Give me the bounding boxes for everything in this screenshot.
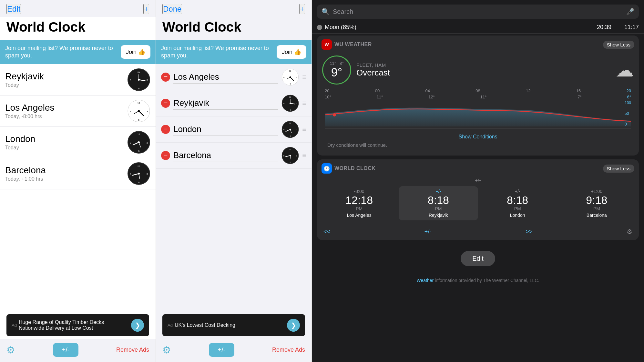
weather-footer-text: information provided by The Weather Chan… <box>435 278 539 283</box>
svg-point-15 <box>138 110 140 112</box>
wc-city-london: London <box>510 213 525 218</box>
ad-icon-left: Ad <box>12 323 17 328</box>
search-input[interactable] <box>333 8 623 15</box>
wc-col-reykjavik: +/- 8:18 PM Reykjavik <box>399 186 478 220</box>
moon-row: Moon (85%) 20:39 11:17 <box>312 21 644 34</box>
moon-rise-time: 20:39 <box>597 24 611 31</box>
weather-link[interactable]: Weather <box>417 278 434 283</box>
wc-back-button[interactable]: << <box>323 228 330 235</box>
city-input-london[interactable] <box>173 123 278 136</box>
wc-gear-icon[interactable]: ⚙ <box>627 228 632 236</box>
delete-la-button[interactable] <box>161 73 170 82</box>
wc-offset-london: +/- <box>515 189 520 194</box>
bottom-bar-middle: ⚙ +/- Remove Ads <box>156 339 312 362</box>
temp-chart: 20 00 04 08 12 16 20 10° 11° 12° 11° 7° … <box>322 88 634 131</box>
temp-chart-svg <box>325 101 631 126</box>
clock-row-reykjavik-left: Reykjavik Today 12 3 6 9 <box>0 64 156 96</box>
join-button-left[interactable]: Join 👍 <box>121 45 150 59</box>
join-button-middle[interactable]: Join 👍 <box>277 45 306 59</box>
wc-offset-barcelona: +1:00 <box>591 189 602 194</box>
city-sub: Today <box>5 145 123 151</box>
edit-float-button[interactable]: Edit <box>461 251 495 266</box>
weather-condition: Overcast <box>356 68 610 78</box>
drag-handle-la[interactable]: ≡ <box>302 73 306 81</box>
chart-labels: 20 00 04 08 12 16 20 <box>325 88 631 93</box>
wu-show-less-button[interactable]: Show Less <box>603 41 634 49</box>
middle-title: World Clock <box>156 17 312 40</box>
remove-ads-button-middle[interactable]: Remove Ads <box>272 347 305 353</box>
svg-text:9: 9 <box>130 173 131 176</box>
show-conditions-button[interactable]: Show Conditions <box>322 131 634 141</box>
chart-label-20: 20 <box>325 88 329 93</box>
svg-point-31 <box>138 173 140 175</box>
plus-minus-button-middle[interactable]: +/- <box>209 343 235 357</box>
drag-handle-reykjavik[interactable]: ≡ <box>302 99 306 107</box>
left-title: World Clock <box>0 17 156 40</box>
world-clock-icon: 🕐 <box>322 163 332 174</box>
wc-forward-button[interactable]: >> <box>526 228 532 235</box>
svg-point-64 <box>333 113 336 116</box>
city-name: Los Angeles <box>5 103 123 113</box>
gear-icon-left[interactable]: ⚙ <box>6 344 15 356</box>
delete-london-button[interactable] <box>161 125 170 134</box>
city-name: Reykjavik <box>5 71 123 82</box>
edit-row-barcelona: 12 3 6 9 ≡ <box>156 143 312 169</box>
edit-button[interactable]: Edit <box>6 4 21 14</box>
mailing-text-left: Join our mailing list? We promise never … <box>5 45 117 60</box>
svg-text:12: 12 <box>289 122 291 124</box>
wc-col-london: +/- 8:18 PM London <box>478 186 557 220</box>
cloud-icon: ☁ <box>616 60 634 81</box>
left-header: Edit + <box>0 0 156 17</box>
svg-text:6: 6 <box>138 150 140 153</box>
svg-text:12: 12 <box>138 102 140 105</box>
chart-label-04: 04 <box>425 88 430 93</box>
ad-text-middle: UK's Lowest Cost Decking <box>175 322 287 328</box>
ad-banner-left: Ad Huge Range of Quality Timber DecksNat… <box>6 314 149 336</box>
add-clock-button-left[interactable]: + <box>143 4 149 14</box>
delete-barcelona-button[interactable] <box>161 151 170 160</box>
svg-point-47 <box>290 103 291 104</box>
weather-info: FLEET, HAM Overcast <box>356 62 610 78</box>
clock-face-la-left: 12 3 6 9 <box>127 99 150 123</box>
wc-top-plus-minus: +/- <box>317 176 639 183</box>
dry-conditions-text: Dry conditions will continue. <box>322 141 634 152</box>
svg-text:6: 6 <box>138 118 140 121</box>
svg-point-63 <box>290 155 291 156</box>
bottom-bar-left: ⚙ +/- Remove Ads <box>0 339 156 362</box>
svg-text:12: 12 <box>138 70 140 73</box>
wc-ampm-reykjavik: PM <box>435 206 442 211</box>
wu-weather-title-row: W WU WEATHER <box>322 39 372 50</box>
wc-show-less-button[interactable]: Show Less <box>603 165 634 173</box>
done-button[interactable]: Done <box>162 4 182 14</box>
ad-arrow-middle[interactable]: ❯ <box>287 319 300 332</box>
world-clock-header: 🕐 WORLD CLOCK Show Less <box>317 159 639 176</box>
remove-ads-button-left[interactable]: Remove Ads <box>116 347 149 353</box>
svg-text:3: 3 <box>147 173 148 176</box>
chart-label-12: 12 <box>526 88 530 93</box>
plus-minus-button-left[interactable]: +/- <box>53 343 79 357</box>
clock-row-barcelona-left: Barcelona Today, +1:00 hrs 12 3 6 9 <box>0 158 156 189</box>
city-input-reykjavik[interactable] <box>173 97 278 110</box>
city-name: Barcelona <box>5 165 123 176</box>
add-clock-button-middle[interactable]: + <box>299 4 305 14</box>
city-input-barcelona[interactable] <box>173 149 278 162</box>
wc-nav: << +/- >> ⚙ <box>317 225 639 240</box>
clock-row-la-left: Los Angeles Today, -8:00 hrs 12 3 6 9 <box>0 96 156 127</box>
gear-icon-middle[interactable]: ⚙ <box>162 344 171 356</box>
ad-icon-middle: Ad <box>168 323 173 328</box>
svg-text:12: 12 <box>138 164 140 167</box>
city-sub: Today <box>5 82 123 88</box>
ad-arrow-left[interactable]: ❯ <box>131 319 144 332</box>
mic-icon[interactable]: 🎤 <box>626 8 634 15</box>
drag-handle-london[interactable]: ≡ <box>302 125 306 134</box>
svg-point-23 <box>138 141 140 143</box>
svg-text:6: 6 <box>138 87 140 90</box>
wc-plus-minus-button[interactable]: +/- <box>424 228 432 235</box>
svg-text:3: 3 <box>147 110 148 113</box>
wc-time-london: 8:18 <box>507 195 528 206</box>
world-clock-title-row: 🕐 WORLD CLOCK <box>322 163 375 174</box>
delete-reykjavik-button[interactable] <box>161 99 170 108</box>
city-input-la[interactable] <box>173 71 278 84</box>
drag-handle-barcelona[interactable]: ≡ <box>302 151 306 160</box>
svg-text:12: 12 <box>289 148 291 150</box>
